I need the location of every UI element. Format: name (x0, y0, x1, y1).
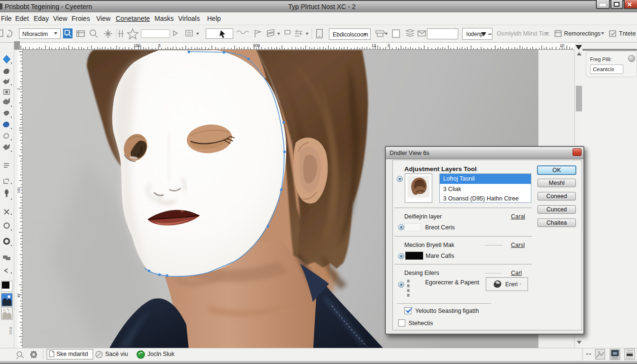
svg-text:150: 150 (134, 43, 140, 48)
svg-text:45: 45 (18, 294, 21, 298)
svg-text:5: 5 (158, 43, 161, 48)
svg-text:2: 2 (18, 88, 21, 90)
svg-text:0: 0 (388, 43, 390, 48)
svg-text:EN3: EN3 (9, 327, 13, 335)
svg-text:100: 100 (18, 187, 21, 193)
svg-text:600: 600 (253, 43, 260, 48)
svg-text:10: 10 (560, 43, 564, 48)
svg-text:12: 12 (372, 43, 376, 48)
